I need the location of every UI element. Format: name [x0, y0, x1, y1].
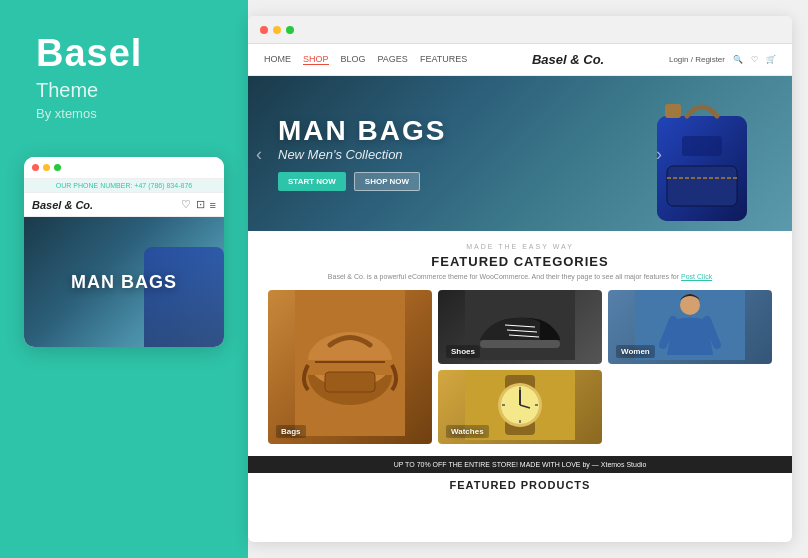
hero-section: MAN BAGS New Men's Collection START NOW … — [248, 76, 792, 231]
author-label: By xtemos — [20, 106, 97, 121]
site-nav-right: Login / Register 🔍 ♡ 🛒 — [669, 55, 776, 64]
nav-blog[interactable]: BLOG — [341, 54, 366, 65]
categories-label: MADE THE EASY WAY — [264, 243, 776, 250]
hero-content: MAN BAGS New Men's Collection START NOW … — [248, 116, 476, 191]
mobile-hero: MAN BAGS — [24, 217, 224, 347]
main-area: HOME SHOP BLOG PAGES FEATURES Basel & Co… — [248, 16, 792, 542]
hero-btn-primary[interactable]: START NOW — [278, 172, 346, 191]
menu-icon: ≡ — [210, 199, 216, 211]
cat-shoes-label: Shoes — [446, 345, 480, 358]
dot-red — [32, 164, 39, 171]
nav-features[interactable]: FEATURES — [420, 54, 467, 65]
svg-rect-11 — [325, 372, 375, 392]
theme-name: Basel — [20, 32, 142, 75]
hero-title: MAN BAGS — [278, 116, 446, 147]
login-link[interactable]: Login / Register — [669, 55, 725, 64]
cat-watches-label: Watches — [446, 425, 489, 438]
categories-link[interactable]: Post Click — [681, 273, 712, 280]
cat-women-label: Women — [616, 345, 655, 358]
mobile-banner: OUR PHONE NUMBER: +47 (786) 834-876 — [24, 179, 224, 193]
mobile-icons: ♡ ⊡ ≡ — [181, 198, 216, 211]
category-grid: Bags Shoes — [264, 290, 776, 444]
categories-desc: Basel & Co. is a powerful eCommerce them… — [264, 273, 776, 280]
wishlist-icon[interactable]: ♡ — [751, 55, 758, 64]
svg-rect-2 — [665, 104, 681, 118]
browser-topbar — [248, 16, 792, 44]
browser-dot-green — [286, 26, 294, 34]
site-logo: Basel & Co. — [532, 52, 604, 67]
categories-section: MADE THE EASY WAY FEATURED CATEGORIES Ba… — [248, 231, 792, 452]
site-footer-bar: UP TO 70% OFF THE ENTIRE STORE! MADE WIT… — [248, 456, 792, 473]
nav-shop[interactable]: SHOP — [303, 54, 329, 65]
cat-bags-label: Bags — [276, 425, 306, 438]
category-women[interactable]: Women — [608, 290, 772, 364]
mobile-topbar — [24, 157, 224, 179]
browser-dot-yellow — [273, 26, 281, 34]
hero-subtitle: New Men's Collection — [278, 147, 446, 162]
category-shoes[interactable]: Shoes — [438, 290, 602, 364]
sidebar: Basel Theme By xtemos OUR PHONE NUMBER: … — [0, 0, 248, 558]
featured-products-label: FEATURED PRODUCTS — [248, 473, 792, 493]
browser-dot-red — [260, 26, 268, 34]
nav-pages[interactable]: PAGES — [378, 54, 408, 65]
mobile-hero-text: MAN BAGS — [71, 272, 177, 293]
svg-rect-13 — [480, 340, 560, 348]
mobile-header: Basel & Co. ♡ ⊡ ≡ — [24, 193, 224, 217]
cart-icon-desktop[interactable]: 🛒 — [766, 55, 776, 64]
svg-point-18 — [680, 295, 700, 315]
category-bags[interactable]: Bags — [268, 290, 432, 444]
mobile-logo: Basel & Co. — [32, 199, 93, 211]
cart-icon: ⊡ — [196, 198, 205, 211]
nav-home[interactable]: HOME — [264, 54, 291, 65]
hero-arrow-left[interactable]: ‹ — [256, 143, 262, 164]
hero-buttons: START NOW SHOP NOW — [278, 172, 446, 191]
category-watches[interactable]: Watches — [438, 370, 602, 444]
site-nav: HOME SHOP BLOG PAGES FEATURES Basel & Co… — [248, 44, 792, 76]
hero-arrow-right[interactable]: › — [656, 143, 662, 164]
mobile-preview: OUR PHONE NUMBER: +47 (786) 834-876 Base… — [24, 157, 224, 347]
dot-green — [54, 164, 61, 171]
mobile-hero-bag-shape — [144, 247, 224, 347]
dot-yellow — [43, 164, 50, 171]
search-icon[interactable]: 🔍 — [733, 55, 743, 64]
hero-btn-secondary[interactable]: SHOP NOW — [354, 172, 420, 191]
svg-rect-3 — [667, 166, 737, 206]
svg-rect-5 — [682, 136, 722, 156]
categories-title: FEATURED CATEGORIES — [264, 254, 776, 269]
heart-icon: ♡ — [181, 198, 191, 211]
theme-label: Theme — [20, 79, 98, 102]
site-nav-links: HOME SHOP BLOG PAGES FEATURES — [264, 54, 467, 65]
